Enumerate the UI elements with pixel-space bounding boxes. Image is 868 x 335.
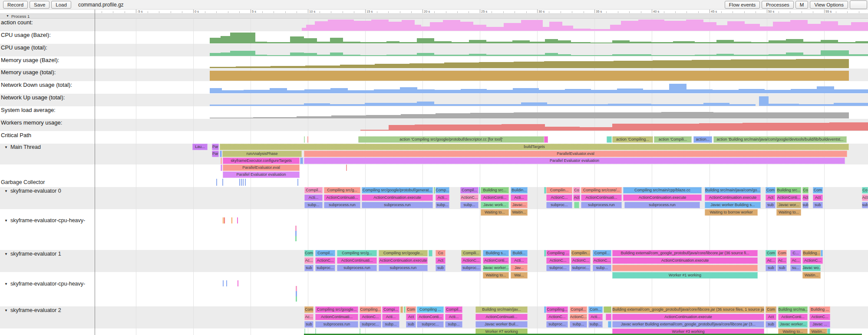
cpu-usage-bazel-segment[interactable] [399, 42, 417, 43]
cpu-usage-total-segment[interactable] [786, 53, 803, 56]
trace-event-tick[interactable] [296, 296, 297, 302]
cpu-usage-total-segment[interactable] [230, 51, 255, 56]
network-down-usage-total-segment[interactable] [765, 90, 791, 93]
trace-bar[interactable] [221, 158, 222, 164]
memory-usage-bazel-segment[interactable] [614, 61, 653, 68]
memory-usage-bazel-segment[interactable] [305, 66, 340, 68]
cpu-usage-bazel-segment[interactable] [512, 40, 530, 43]
system-load-average-segment[interactable] [713, 112, 766, 118]
memory-usage-bazel-segment[interactable] [692, 60, 731, 68]
workers-memory-usage-segment[interactable] [389, 125, 415, 131]
trace-bar[interactable]: Javac worker Building s... [705, 202, 761, 208]
gc-event-tick[interactable] [222, 179, 223, 186]
trace-bar[interactable] [346, 164, 347, 171]
network-up-usage-total-segment[interactable] [210, 105, 304, 106]
trace-bar[interactable]: Javac worker Building external/com_googl… [612, 321, 764, 328]
memory-usage-bazel-segment[interactable] [340, 65, 375, 68]
trace-bar[interactable]: sub [436, 265, 446, 271]
trace-bar[interactable]: Acti... [445, 314, 462, 320]
thread-label-garbage-collector[interactable]: Garbage Collector [1, 179, 45, 185]
trace-bar[interactable]: ActionC... [546, 314, 568, 320]
trace-bar[interactable]: Co [436, 250, 446, 256]
trace-bar[interactable]: sub [777, 265, 787, 271]
trace-bar[interactable]: ParallelEvaluator.eval [223, 164, 300, 171]
trace-bar[interactable]: ActionC... [315, 257, 335, 264]
action-count-segment[interactable] [773, 22, 790, 31]
network-down-usage-total-segment[interactable] [400, 87, 417, 93]
cpu-usage-bazel-segment[interactable] [317, 42, 330, 43]
trace-bar[interactable] [304, 136, 305, 143]
action-count-segment[interactable] [686, 20, 703, 31]
network-down-usage-total-segment[interactable] [686, 89, 713, 93]
trace-bar[interactable]: subproc... [546, 321, 568, 328]
trace-bar[interactable]: Compiling ... [546, 250, 570, 256]
workers-memory-usage-segment[interactable] [502, 124, 545, 131]
trace-bar[interactable]: Worker #1 working [612, 272, 758, 279]
cpu-usage-total-segment[interactable] [612, 54, 651, 56]
memory-usage-bazel-segment[interactable] [236, 66, 271, 68]
load-button[interactable]: Load [51, 1, 71, 9]
trace-event-tick[interactable] [295, 236, 297, 241]
gc-event-tick[interactable] [297, 179, 298, 186]
trace-bar[interactable]: Parallel Evaluator evaluation [304, 158, 845, 164]
cpu-usage-total-segment[interactable] [469, 54, 486, 56]
trace-event-tick[interactable] [224, 217, 225, 223]
action-count-segment[interactable] [716, 25, 727, 31]
cpu-usage-bazel-segment[interactable] [695, 42, 716, 43]
trace-bar[interactable]: subp... [436, 202, 449, 208]
trace-bar[interactable] [429, 250, 432, 256]
trace-bar[interactable]: subprocess.run [362, 202, 433, 208]
trace-bar[interactable]: action 'Compiling src/google/protobuf/de… [358, 136, 544, 143]
trace-bar[interactable]: sub [862, 202, 868, 208]
trace-bar[interactable]: subproc... [315, 265, 335, 271]
memory-usage-bazel-segment[interactable] [579, 61, 614, 68]
cpu-usage-total-segment[interactable] [695, 55, 716, 56]
gc-event-tick[interactable] [245, 179, 246, 186]
system-load-average-segment[interactable] [609, 112, 661, 118]
trace-bar[interactable]: Building s... [483, 250, 509, 256]
trace-bar[interactable]: Compiling src/main/cpp/blaze.cc [623, 187, 702, 194]
trace-bar[interactable]: ActionContinuation.execute [612, 314, 764, 320]
system-load-average-segment[interactable] [436, 113, 470, 118]
cpu-usage-total-segment[interactable] [821, 50, 849, 56]
trace-bar[interactable]: Compiling src/g... [324, 187, 360, 194]
action-count-segment[interactable] [664, 21, 686, 31]
gc-event-tick[interactable] [239, 179, 240, 186]
trace-event-tick[interactable] [295, 231, 297, 236]
network-down-usage-total-segment[interactable] [461, 89, 487, 93]
cpu-usage-total-segment[interactable] [849, 54, 868, 56]
cpu-usage-total-segment[interactable] [386, 55, 417, 56]
network-up-usage-total-segment[interactable] [365, 103, 417, 106]
network-up-usage-total-segment[interactable] [729, 104, 756, 106]
network-down-usage-total-segment[interactable] [643, 90, 669, 93]
trace-bar[interactable]: ActionC... [570, 314, 587, 320]
trace-bar[interactable]: Act [436, 257, 446, 264]
trace-bar[interactable]: Compiling src/google... [379, 250, 428, 256]
trace-bar[interactable]: ActionC... [360, 314, 381, 320]
cpu-usage-bazel-segment[interactable] [343, 42, 360, 43]
cpu-usage-bazel-segment[interactable] [821, 40, 838, 43]
trace-bar[interactable]: Javac wor... [776, 202, 801, 208]
trace-bar[interactable]: action 'Compiling... [612, 136, 653, 143]
trace-bar[interactable]: Com [766, 306, 776, 313]
trace-bar[interactable]: subproc... [417, 321, 444, 328]
action-count-segment[interactable] [549, 22, 562, 31]
thread-label-main-thread[interactable]: ▼Main Thread [4, 144, 41, 150]
trace-event-tick[interactable] [226, 280, 227, 286]
timeline-ruler[interactable]: -5 s0 s5 s10 s15 s20 s25 s30 s35 s40 s45… [0, 10, 868, 13]
collapse-arrow-icon[interactable]: ▼ [4, 309, 8, 312]
trace-bar[interactable]: subprocess.run [581, 202, 622, 208]
trace-bar[interactable]: Javac work... [481, 202, 509, 208]
cpu-usage-bazel-segment[interactable] [469, 40, 486, 43]
network-up-usage-total-segment[interactable] [304, 103, 330, 106]
network-up-usage-total-segment[interactable] [759, 96, 769, 106]
trace-bar[interactable]: Par [212, 151, 219, 157]
system-load-average-segment[interactable] [514, 112, 557, 118]
trace-bar[interactable]: Building external/com_google_protobuf/ja… [612, 250, 758, 256]
trace-bar[interactable]: Waiting to borrow worker [705, 209, 758, 216]
cpu-usage-total-segment[interactable] [304, 53, 317, 56]
trace-bar[interactable]: ActionContinuati... [337, 257, 377, 264]
network-up-usage-total-segment[interactable] [547, 104, 608, 106]
action-count-segment[interactable] [521, 20, 543, 31]
trace-bar[interactable]: ActionC... [593, 257, 611, 264]
